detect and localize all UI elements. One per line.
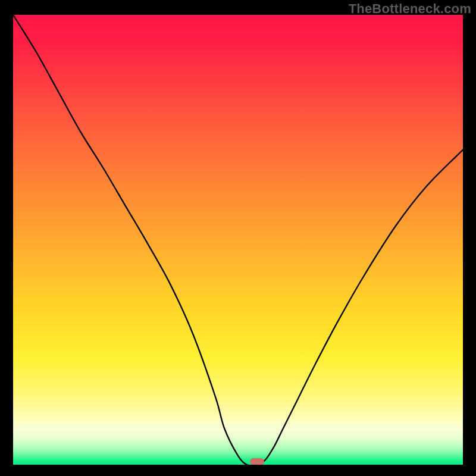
chart-frame: TheBottleneck.com <box>0 0 476 476</box>
plot-area <box>13 15 463 465</box>
optimal-point-marker <box>250 458 264 465</box>
curve-path <box>13 15 463 465</box>
bottleneck-curve <box>13 15 463 465</box>
watermark-text: TheBottleneck.com <box>349 1 471 17</box>
